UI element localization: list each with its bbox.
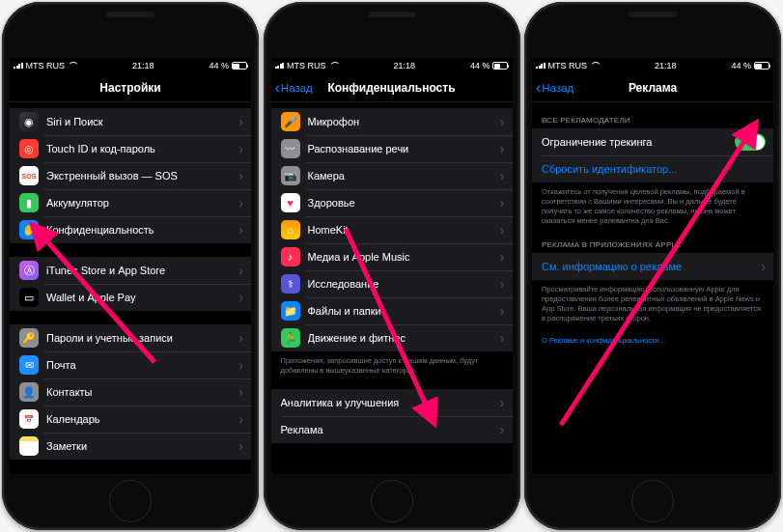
row-label: Камера [308,170,500,182]
row-label: Движение и фитнес [308,332,500,344]
chevron-right-icon: › [500,276,513,292]
row-mail[interactable]: ✉Почта› [10,351,251,378]
back-button[interactable]: ‹Назад [536,80,573,96]
chevron-left-icon: ‹ [275,80,280,96]
calendar-icon: 📅 [19,409,39,429]
page-title: Конфиденциальность [327,81,455,95]
row-contacts[interactable]: 👤Контакты› [10,378,251,406]
camera-icon: 📷 [281,166,300,185]
row-analytics[interactable]: Аналитика и улучшения› [271,389,513,416]
row-notes[interactable]: Заметки› [10,433,251,460]
chevron-right-icon: › [238,168,251,183]
row-label: Ограничение трекинга [542,136,735,148]
advertising-settings[interactable]: ВСЕ РЕКЛАМОДАТЕЛИ Ограничение трекинга С… [532,102,773,474]
chevron-right-icon: › [238,141,251,156]
row-homekit[interactable]: ⌂HomeKit› [271,216,513,243]
row-label: Микрофон [308,116,500,127]
row-touchid[interactable]: ◎Touch ID и код-пароль› [10,135,251,162]
wifi-icon [68,62,77,70]
row-research[interactable]: ⚕Исследование› [271,270,513,297]
row-label: Экстренный вызов — SOS [46,170,238,182]
row-label: Календарь [46,413,238,425]
phone-2-privacy: MTS RUS 21:18 44 % ‹Назад Конфиденциальн… [264,2,520,530]
status-time: 21:18 [655,61,677,70]
row-battery[interactable]: ▮Аккумулятор› [10,189,251,216]
row-passwords[interactable]: 🔑Пароли и учетные записи› [10,324,251,351]
screen: MTS RUS 21:18 44 % ‹Назад Реклама ВСЕ РЕ… [532,58,773,474]
back-button[interactable]: ‹Назад [275,80,313,96]
row-files[interactable]: 📁Файлы и папки› [271,297,513,324]
battery-row-icon: ▮ [19,193,39,212]
row-wallet[interactable]: ▭Wallet и Apple Pay› [10,284,251,311]
row-label: Конфиденциальность [46,224,238,236]
mail-icon: ✉ [19,355,39,375]
tracking-switch[interactable] [735,133,766,151]
phone-3-advertising: MTS RUS 21:18 44 % ‹Назад Реклама ВСЕ РЕ… [524,2,781,530]
section-footer: Просматривайте информацию, использованну… [532,280,773,324]
chevron-right-icon: › [500,222,513,238]
row-media[interactable]: ♪Медиа и Apple Music› [271,243,513,270]
row-label: Файлы и папки [308,305,500,317]
notes-icon [19,436,39,456]
row-label: Реклама [281,424,500,435]
row-speech[interactable]: 〰Распознавание речи› [271,135,513,162]
motion-icon: 🏃 [281,328,300,348]
health-icon: ♥ [281,193,300,212]
carrier-label: MTS RUS [287,61,326,70]
row-label: См. информацию о рекламе [542,261,761,272]
row-label: Контакты [46,386,238,398]
music-icon: ♪ [281,247,300,266]
row-mic[interactable]: 🎤Микрофон› [271,108,513,135]
chevron-right-icon: › [238,411,251,427]
screen: MTS RUS 21:18 44 % Настройки ◉Siri и Пои… [10,58,251,474]
status-time: 21:18 [132,61,154,70]
row-sos[interactable]: SOSЭкстренный вызов — SOS› [10,162,251,189]
status-time: 21:18 [393,61,415,70]
row-limit-tracking[interactable]: Ограничение трекинга [532,128,773,155]
page-title: Настройки [99,81,160,95]
chevron-left-icon: ‹ [536,80,541,96]
navbar: Настройки [10,73,251,102]
status-bar: MTS RUS 21:18 44 % [271,58,513,73]
key-icon: 🔑 [19,328,39,348]
back-label: Назад [281,82,313,94]
row-privacy[interactable]: ✋Конфиденциальность› [10,216,251,243]
wifi-icon [329,62,339,70]
carrier-label: MTS RUS [548,61,588,70]
status-bar: MTS RUS 21:18 44 % [532,58,773,73]
row-label: HomeKit [308,224,500,236]
research-icon: ⚕ [281,274,300,294]
row-health[interactable]: ♥Здоровье› [271,189,513,216]
row-advertising[interactable]: Реклама› [271,416,513,443]
row-label: iTunes Store и App Store [46,265,238,276]
chevron-right-icon: › [500,422,513,437]
folder-icon: 📁 [281,301,300,321]
row-ad-info[interactable]: См. информацию о рекламе› [532,253,773,280]
row-siri[interactable]: ◉Siri и Поиск› [10,108,251,135]
contacts-icon: 👤 [19,382,39,402]
chevron-right-icon: › [500,114,513,129]
settings-list[interactable]: ◉Siri и Поиск› ◎Touch ID и код-пароль› S… [10,102,251,474]
chevron-right-icon: › [761,259,773,274]
row-reset-id[interactable]: Сбросить идентификатор... [532,155,773,182]
privacy-list[interactable]: 🎤Микрофон› 〰Распознавание речи› 📷Камера›… [271,102,513,474]
row-motion[interactable]: 🏃Движение и фитнес› [271,324,513,351]
row-label: Аналитика и улучшения [281,397,500,408]
row-label: Исследование [308,278,500,290]
battery-icon [492,62,508,70]
row-itunes[interactable]: ⒶiTunes Store и App Store› [10,257,251,284]
chevron-right-icon: › [500,303,513,319]
chevron-right-icon: › [238,290,251,305]
section-header: ВСЕ РЕКЛАМОДАТЕЛИ [532,116,773,128]
row-calendar[interactable]: 📅Календарь› [10,406,251,433]
signal-icon [536,63,545,70]
back-label: Назад [542,82,573,94]
chevron-right-icon: › [238,357,251,373]
chevron-right-icon: › [238,263,251,278]
about-link[interactable]: О Рекламе и конфиденциальности... [532,331,773,346]
row-camera[interactable]: 📷Камера› [271,162,513,189]
carrier-label: MTS RUS [26,61,66,70]
siri-icon: ◉ [19,112,39,131]
page-title: Реклама [629,81,677,95]
wallet-icon: ▭ [19,288,39,307]
